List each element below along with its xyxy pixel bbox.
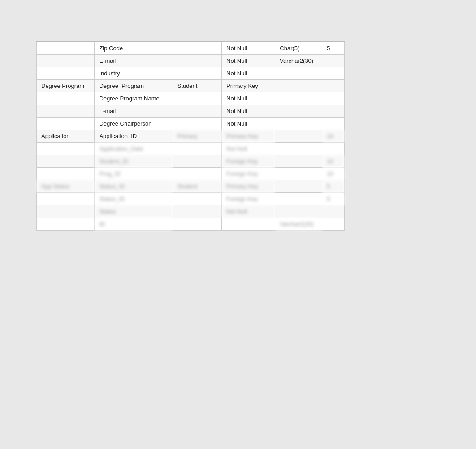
type-cell: Varchar2(20) [275,218,322,231]
attribute-cell: E-mail [95,105,173,118]
attribute-cell: ID [95,218,173,231]
attribute-cell: Degree Program Name [95,92,173,105]
size-cell [322,118,345,130]
constraint-cell: Foreign Key [222,193,275,205]
relation-cell [173,92,221,105]
relation-cell [173,67,221,80]
entity-cell: Degree Program [37,80,95,92]
size-cell [322,205,345,218]
constraint-cell: Not Null [222,42,275,55]
constraint-cell: Primary Key [222,130,275,143]
attribute-cell: Industry [95,67,173,80]
size-cell: 10 [322,168,345,180]
attribute-cell: Prog_ID [95,168,173,180]
entity-cell [37,218,95,231]
entity-cell: App Status [37,180,95,193]
entity-cell [37,92,95,105]
constraint-cell: Primary Key [222,180,275,193]
attribute-cell: Student_ID [95,155,173,168]
size-cell: 5 [322,193,345,205]
type-cell [275,193,322,205]
table-row: Zip Code Not Null Char(5) 5 [37,42,345,55]
type-cell [275,67,322,80]
size-cell: 5 [322,180,345,193]
constraint-cell [222,218,275,231]
table-row: Degree Chairperson Not Null [37,118,345,130]
entity-cell [37,155,95,168]
size-cell [322,105,345,118]
attribute-cell: Zip Code [95,42,173,55]
table-row: Status_ID Foreign Key 5 [37,193,345,205]
type-cell [275,205,322,218]
type-cell [275,105,322,118]
attribute-cell: Degree Chairperson [95,118,173,130]
relation-cell [173,143,221,155]
relation-cell [173,42,221,55]
constraint-cell: Not Null [222,118,275,130]
entity-cell [37,168,95,180]
constraint-cell: Foreign Key [222,168,275,180]
relation-cell [173,205,221,218]
relation-cell [173,193,221,205]
size-cell [322,67,345,80]
table-row: Student_ID Foreign Key 10 [37,155,345,168]
table-row: Application_Date Not Null [37,143,345,155]
relation-cell: Primary [173,130,221,143]
type-cell [275,180,322,193]
relation-cell: Student [173,80,221,92]
table-row: ID Varchar2(20) [37,218,345,231]
attribute-cell: Application_ID [95,130,173,143]
entity-cell [37,118,95,130]
table-row: Degree Program Degree_Program Student Pr… [37,80,345,92]
relation-cell [173,218,221,231]
size-cell [322,55,345,67]
attribute-cell: Status_ID [95,180,173,193]
table-row: E-mail Not Null [37,105,345,118]
table-row: App Status Status_ID Student Primary Key… [37,180,345,193]
type-cell [275,92,322,105]
data-table-container: Zip Code Not Null Char(5) 5 E-mail Not N… [36,41,345,231]
constraint-cell: Not Null [222,105,275,118]
size-cell [322,218,345,231]
entity-cell [37,67,95,80]
relation-cell [173,55,221,67]
attribute-cell: Degree_Program [95,80,173,92]
table-row: Industry Not Null [37,67,345,80]
entity-cell [37,205,95,218]
size-cell: 10 [322,130,345,143]
table-row: Degree Program Name Not Null [37,92,345,105]
constraint-cell: Not Null [222,205,275,218]
constraint-cell: Not Null [222,55,275,67]
attribute-cell: Application_Date [95,143,173,155]
constraint-cell primary-key: Primary Key [222,80,275,92]
entity-cell [37,193,95,205]
size-cell [322,92,345,105]
page: Zip Code Not Null Char(5) 5 E-mail Not N… [0,0,476,449]
table-row: Prog_ID Foreign Key 10 [37,168,345,180]
relation-cell [173,155,221,168]
type-cell [275,130,322,143]
constraint-cell: Not Null [222,67,275,80]
type-cell: Varchar2(30) [275,55,322,67]
constraint-cell: Foreign Key [222,155,275,168]
size-cell [322,143,345,155]
type-cell [275,155,322,168]
attribute-cell: Status_ID [95,193,173,205]
entity-cell [37,42,95,55]
table-row: Application Application_ID Primary Prima… [37,130,345,143]
constraint-cell: Not Null [222,92,275,105]
type-cell [275,168,322,180]
relation-cell [173,105,221,118]
entity-cell [37,105,95,118]
size-cell [322,80,345,92]
type-cell [275,80,322,92]
constraint-cell: Not Null [222,143,275,155]
relation-cell [173,118,221,130]
attribute-cell: E-mail [95,55,173,67]
entity-cell [37,55,95,67]
size-cell: 5 [322,42,345,55]
table-row: Status Not Null [37,205,345,218]
relation-cell [173,168,221,180]
entity-cell [37,143,95,155]
size-cell: 10 [322,155,345,168]
